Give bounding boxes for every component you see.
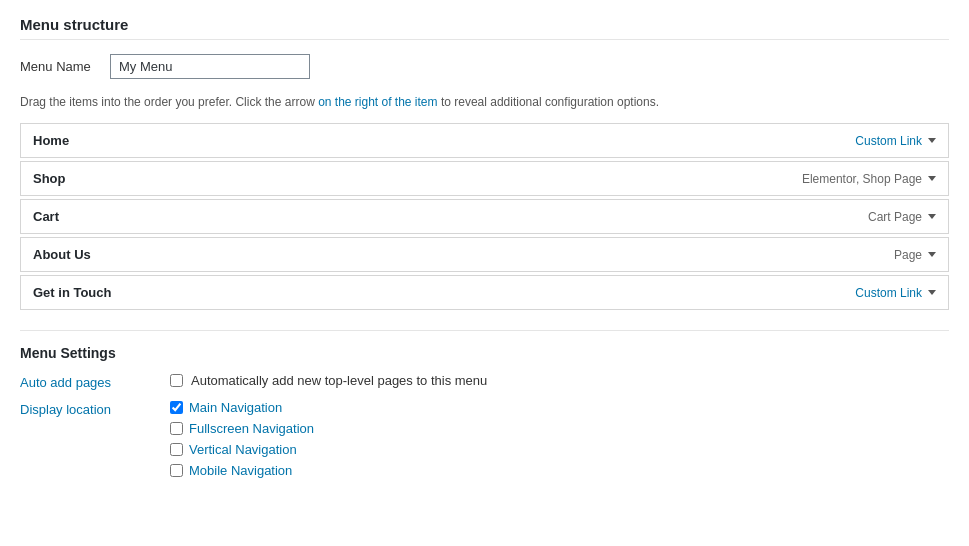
list-item: Vertical Navigation [170,442,314,457]
menu-item-label: Shop [33,171,66,186]
display-location-row: Display location Main Navigation Fullscr… [20,400,949,478]
list-item: Fullscreen Navigation [170,421,314,436]
menu-item-type-row: Page [894,248,936,262]
fullscreen-navigation-label: Fullscreen Navigation [189,421,314,436]
menu-item-type-row: Custom Link [855,134,936,148]
page-wrapper: Menu structure Menu Name Drag the items … [0,0,969,546]
mobile-navigation-checkbox[interactable] [170,464,183,477]
vertical-navigation-label: Vertical Navigation [189,442,297,457]
instruction-link[interactable]: on the right of the item [318,95,437,109]
menu-items-list: Home Custom Link Shop Elementor, Shop Pa… [20,123,949,310]
list-item: Main Navigation [170,400,314,415]
chevron-down-icon[interactable] [928,214,936,219]
chevron-down-icon[interactable] [928,252,936,257]
menu-item-label: Get in Touch [33,285,111,300]
mobile-navigation-label: Mobile Navigation [189,463,292,478]
auto-add-label: Auto add pages [20,373,160,390]
menu-item-type-row: Cart Page [868,210,936,224]
menu-name-row: Menu Name [20,54,949,79]
menu-item-type: Elementor, Shop Page [802,172,922,186]
main-navigation-label: Main Navigation [189,400,282,415]
menu-item-label: About Us [33,247,91,262]
menu-item-type: Custom Link [855,134,922,148]
menu-item-type-row: Elementor, Shop Page [802,172,936,186]
chevron-down-icon[interactable] [928,138,936,143]
table-row[interactable]: About Us Page [20,237,949,272]
menu-item-type-row: Custom Link [855,286,936,300]
table-row[interactable]: Shop Elementor, Shop Page [20,161,949,196]
table-row[interactable]: Home Custom Link [20,123,949,158]
list-item: Mobile Navigation [170,463,314,478]
auto-add-checkbox[interactable] [170,374,183,387]
chevron-down-icon[interactable] [928,176,936,181]
menu-name-input[interactable] [110,54,310,79]
fullscreen-navigation-checkbox[interactable] [170,422,183,435]
menu-item-type: Custom Link [855,286,922,300]
table-row[interactable]: Get in Touch Custom Link [20,275,949,310]
main-navigation-checkbox[interactable] [170,401,183,414]
menu-item-label: Home [33,133,69,148]
auto-add-controls: Automatically add new top-level pages to… [170,373,487,388]
display-location-label: Display location [20,400,160,417]
menu-item-type: Cart Page [868,210,922,224]
menu-name-label: Menu Name [20,59,100,74]
settings-title: Menu Settings [20,345,949,361]
section-title: Menu structure [20,16,949,40]
vertical-navigation-checkbox[interactable] [170,443,183,456]
menu-item-label: Cart [33,209,59,224]
menu-settings-section: Menu Settings Auto add pages Automatical… [20,330,949,478]
menu-item-type: Page [894,248,922,262]
table-row[interactable]: Cart Cart Page [20,199,949,234]
instruction-text: Drag the items into the order you prefer… [20,93,949,111]
chevron-down-icon[interactable] [928,290,936,295]
auto-add-checkbox-label: Automatically add new top-level pages to… [191,373,487,388]
display-location-controls: Main Navigation Fullscreen Navigation Ve… [170,400,314,478]
auto-add-row: Auto add pages Automatically add new top… [20,373,949,390]
